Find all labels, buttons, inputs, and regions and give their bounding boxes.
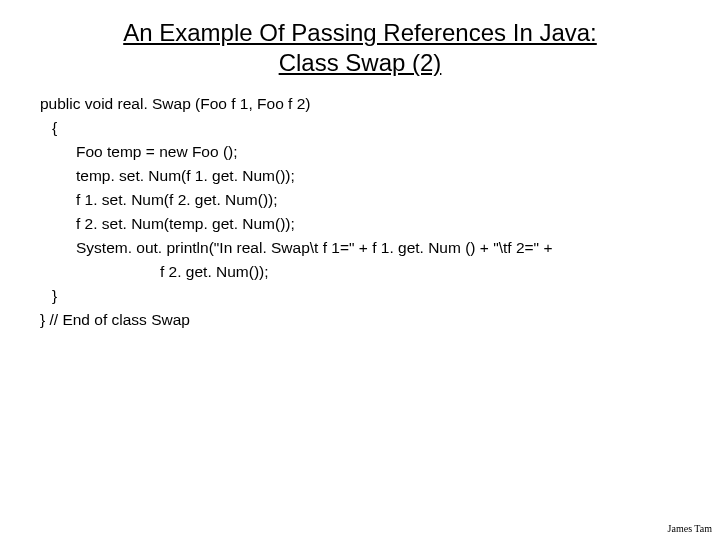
title-line-1: An Example Of Passing References In Java… [123,19,597,46]
slide-title: An Example Of Passing References In Java… [0,18,720,78]
brace-open: { [40,116,700,140]
code-block: public void real. Swap (Foo f 1, Foo f 2… [0,92,720,332]
code-line: System. out. println("In real. Swap\t f … [40,236,700,260]
code-line: Foo temp = new Foo (); [40,140,700,164]
code-line: f 2. set. Num(temp. get. Num()); [40,212,700,236]
code-line-continuation: f 2. get. Num()); [40,260,700,284]
method-signature: public void real. Swap (Foo f 1, Foo f 2… [40,92,700,116]
title-line-2: Class Swap (2) [279,49,442,76]
footer-author: James Tam [668,523,712,534]
code-line: temp. set. Num(f 1. get. Num()); [40,164,700,188]
brace-close-inner: } [40,284,700,308]
brace-close-outer: } // End of class Swap [40,308,700,332]
code-line: f 1. set. Num(f 2. get. Num()); [40,188,700,212]
